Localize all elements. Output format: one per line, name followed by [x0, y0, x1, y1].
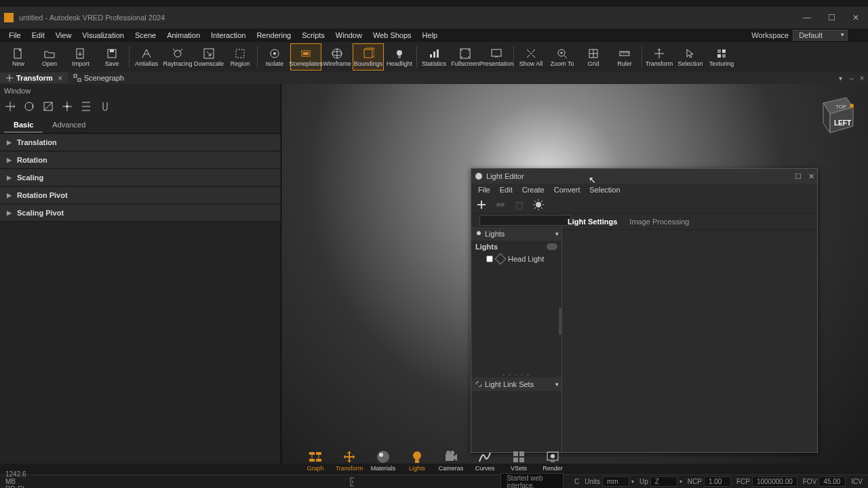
up-value[interactable]: Z	[650, 476, 677, 487]
menu-file[interactable]: File	[4, 30, 26, 41]
tool-import[interactable]: Import	[65, 43, 96, 70]
duplicate-light-icon[interactable]	[494, 199, 507, 211]
lights-dropdown[interactable]: Lights ▾	[471, 227, 561, 241]
tool-open[interactable]: Open	[34, 43, 65, 70]
headlight-toggle-icon[interactable]	[532, 199, 545, 211]
tool-downscale[interactable]: Downscale	[193, 43, 224, 70]
tab-scenegraph[interactable]: Scenegraph	[68, 73, 130, 83]
section-scaling-pivot[interactable]: ▶Scaling Pivot	[0, 205, 281, 222]
bottom-tab-vsets[interactable]: VSets	[502, 446, 536, 473]
chevron-down-icon[interactable]: ▾	[679, 479, 682, 485]
bottom-tab-lights[interactable]: Lights	[400, 446, 434, 473]
menu-window[interactable]: Window	[331, 30, 367, 41]
move-tool-icon[interactable]	[4, 100, 16, 113]
tool-ruler[interactable]: Ruler	[609, 43, 640, 70]
bottom-tab-render[interactable]: Render	[536, 446, 570, 473]
bottom-tab-cameras[interactable]: Cameras	[434, 446, 468, 473]
splitter-handle[interactable]: • • • • •	[471, 371, 561, 378]
tool-statistics[interactable]: Statistics	[418, 43, 450, 70]
tool-boundings[interactable]: Boundings	[353, 43, 384, 70]
tool-wireframe[interactable]: Wireframe	[321, 43, 353, 70]
tool-zoom-to[interactable]: Zoom To	[547, 43, 578, 70]
menu-visualization[interactable]: Visualization	[77, 30, 129, 41]
units-value[interactable]: mm	[602, 476, 629, 487]
menu-rendering[interactable]: Rendering	[252, 30, 296, 41]
panel-popout-icon[interactable]: →	[846, 75, 856, 82]
minimize-button[interactable]: —	[795, 8, 819, 27]
delete-light-icon[interactable]	[513, 199, 526, 211]
le-menu-convert[interactable]: Convert	[550, 185, 585, 195]
light-item-headlight[interactable]: Head Light	[471, 253, 561, 265]
tool-isolate[interactable]: Isolate	[259, 43, 290, 70]
add-light-icon[interactable]	[475, 199, 488, 211]
panel-menu-window[interactable]: Window	[0, 84, 281, 98]
section-rotation-pivot[interactable]: ▶Rotation Pivot	[0, 187, 281, 204]
menu-help[interactable]: Help	[418, 30, 443, 41]
tool-show-all[interactable]: Show All	[515, 43, 547, 70]
bottom-tab-curves[interactable]: Curves	[468, 446, 502, 473]
tool-region[interactable]: Region	[224, 43, 256, 70]
console-icon[interactable]	[350, 477, 354, 487]
le-maximize-button[interactable]: ☐	[795, 172, 802, 181]
workspace-selector[interactable]: Default	[793, 30, 848, 41]
section-translation[interactable]: ▶Translation	[0, 134, 281, 151]
le-menu-create[interactable]: Create	[518, 185, 549, 195]
le-menu-edit[interactable]: Edit	[496, 185, 517, 195]
section-scaling[interactable]: ▶Scaling	[0, 169, 281, 186]
close-button[interactable]: ✕	[844, 8, 868, 27]
bottom-tab-graph[interactable]: Graph	[298, 446, 332, 473]
tab-image-processing[interactable]: Image Processing	[629, 218, 689, 226]
menu-view[interactable]: View	[51, 30, 77, 41]
tool-grid[interactable]: Grid	[578, 43, 609, 70]
tool-selection[interactable]: Selection	[675, 43, 706, 70]
align-tool-icon[interactable]	[80, 100, 92, 113]
light-editor-titlebar[interactable]: Light Editor ☐ ✕	[471, 169, 817, 184]
menu-edit[interactable]: Edit	[27, 30, 50, 41]
fcp-value[interactable]: 1000000.00	[752, 476, 797, 487]
tab-advanced[interactable]: Advanced	[43, 118, 95, 133]
menu-webshops[interactable]: Web Shops	[368, 30, 416, 41]
tool-antialias[interactable]: Antialias	[131, 43, 162, 70]
icv-label[interactable]: ICV	[851, 478, 863, 485]
bottom-tab-materials[interactable]: Materials	[366, 446, 400, 473]
tool-headlight[interactable]: Headlight	[384, 43, 415, 70]
pivot-tool-icon[interactable]	[61, 100, 73, 113]
light-link-sets-dropdown[interactable]: Light Link Sets ▾	[471, 378, 561, 391]
tool-raytracing[interactable]: Raytracing	[162, 43, 193, 70]
menu-scene[interactable]: Scene	[130, 30, 161, 41]
tab-light-settings[interactable]: Light Settings	[568, 218, 617, 226]
panel-menu-chevron-icon[interactable]: ▾	[837, 75, 844, 82]
menu-interaction[interactable]: Interaction	[206, 30, 250, 41]
lights-category[interactable]: Lights	[471, 241, 561, 253]
tool-fullscreen[interactable]: Fullscreen	[450, 43, 481, 70]
menu-animation[interactable]: Animation	[162, 30, 205, 41]
light-search-input[interactable]	[479, 215, 571, 226]
resize-handle[interactable]	[559, 308, 561, 335]
tool-new[interactable]: New	[3, 43, 34, 70]
light-checkbox[interactable]	[486, 256, 493, 262]
lights-toggle[interactable]	[547, 243, 557, 250]
fov-value[interactable]: 45.00	[818, 476, 846, 487]
panel-close-icon[interactable]: ×	[859, 75, 865, 82]
tab-close-icon[interactable]: ×	[58, 75, 62, 82]
scale-tool-icon[interactable]	[42, 100, 54, 113]
bottom-tab-transform[interactable]: Transform	[332, 446, 366, 473]
tab-transform[interactable]: Transform ×	[0, 73, 68, 83]
tool-transform[interactable]: Transform	[644, 43, 675, 70]
view-cube[interactable]: TOP LEFT	[811, 94, 859, 141]
chevron-down-icon[interactable]: ▾	[631, 479, 634, 485]
ncp-value[interactable]: 1.00	[704, 476, 731, 487]
tool-sceneplates[interactable]: Sceneplates	[290, 43, 321, 70]
tool-save[interactable]: Save	[96, 43, 127, 70]
tab-basic[interactable]: Basic	[4, 118, 43, 133]
menu-scripts[interactable]: Scripts	[297, 30, 330, 41]
maximize-button[interactable]: ☐	[819, 8, 844, 27]
tool-presentation[interactable]: Presentation	[481, 43, 512, 70]
le-close-button[interactable]: ✕	[808, 172, 814, 181]
snap-tool-icon[interactable]	[99, 100, 111, 113]
section-rotation[interactable]: ▶Rotation	[0, 152, 281, 169]
tool-texturing[interactable]: Texturing	[706, 43, 737, 70]
le-menu-file[interactable]: File	[474, 185, 494, 195]
le-menu-selection[interactable]: Selection	[585, 185, 624, 195]
rotate-tool-icon[interactable]	[23, 100, 35, 113]
